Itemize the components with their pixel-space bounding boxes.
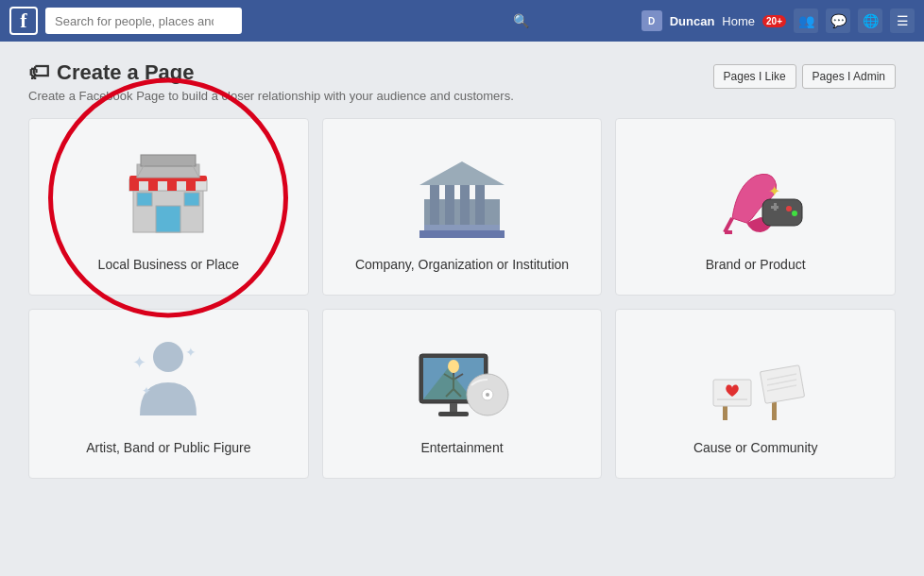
page-header-buttons: Pages I Like Pages I Admin [713,64,896,89]
local-business-icon [116,138,220,242]
svg-rect-3 [184,193,199,206]
facebook-logo[interactable]: f [9,7,38,35]
brand-label: Brand or Product [706,257,806,272]
company-icon [415,147,509,242]
page-title-text: Create a Page [57,60,195,85]
username-label: Duncan [670,14,715,28]
home-link[interactable]: Home [722,14,755,28]
svg-text:✦: ✦ [142,384,151,398]
page-header: 🏷 Create a Page Create a Facebook Page t… [28,60,896,103]
svg-point-30 [153,342,183,372]
artist-icon: ✦ ✦ ✦ [121,330,215,425]
svg-rect-2 [137,193,152,206]
svg-rect-21 [424,225,500,230]
local-business-or-place[interactable]: Local Business or Place [28,118,309,296]
cause-label: Cause or Community [693,440,818,455]
svg-rect-46 [450,403,457,413]
svg-rect-52 [760,365,804,404]
navbar: f 🔍 D Duncan Home 20+ 👥 💬 🌐 ☰ [0,0,924,42]
company-label: Company, Organization or Institution [355,257,569,272]
svg-rect-20 [419,230,505,238]
svg-point-45 [486,393,489,397]
entertainment-label: Entertainment [420,440,503,455]
friends-icon[interactable]: 👥 [794,8,818,33]
page-type-grid: Local Business or Place [28,118,896,479]
main-content: 🏷 Create a Page Create a Facebook Page t… [0,42,924,498]
svg-rect-1 [156,206,180,232]
search-icon: 🔍 [513,13,529,28]
brand-or-product[interactable]: ✦ Brand or Product [615,118,896,296]
search-wrapper: 🔍 [45,8,537,34]
svg-rect-28 [774,203,777,211]
svg-text:✦: ✦ [132,353,146,372]
avatar: D [642,10,662,31]
svg-text:✦: ✦ [768,183,780,199]
page-subtitle: Create a Facebook Page to build a closer… [28,89,514,103]
artist-label: Artist, Band or Public Figure [86,440,250,455]
svg-rect-47 [438,412,469,416]
brand-icon: ✦ [704,147,808,242]
page-title-icon: 🏷 [28,60,49,85]
pages-i-admin-button[interactable]: Pages I Admin [802,64,896,89]
page-title-section: 🏷 Create a Page Create a Facebook Page t… [28,60,514,103]
nav-right: D Duncan Home 20+ 👥 💬 🌐 ☰ [642,8,915,33]
svg-text:✦: ✦ [185,345,197,360]
local-business-label: Local Business or Place [98,257,239,272]
cause-icon [704,330,808,425]
page-title: 🏷 Create a Page [28,60,514,85]
svg-point-25 [786,206,792,212]
search-input[interactable] [45,8,242,34]
company-organization-or-institution[interactable]: Company, Organization or Institution [322,118,603,296]
notification-badge: 20+ [762,15,786,27]
messages-icon[interactable]: 💬 [826,8,850,33]
svg-marker-19 [419,161,505,185]
svg-line-22 [725,218,732,232]
artist-band-or-public-figure[interactable]: ✦ ✦ ✦ Artist, Band or Public Figure [28,309,309,479]
globe-icon[interactable]: 🌐 [858,8,882,33]
svg-rect-11 [141,155,196,166]
settings-icon[interactable]: ☰ [890,8,915,33]
cause-or-community[interactable]: Cause or Community [615,309,896,479]
svg-point-26 [792,211,797,216]
entertainment-icon [410,330,514,425]
pages-i-like-button[interactable]: Pages I Like [713,64,796,89]
entertainment[interactable]: Entertainment [322,309,603,479]
